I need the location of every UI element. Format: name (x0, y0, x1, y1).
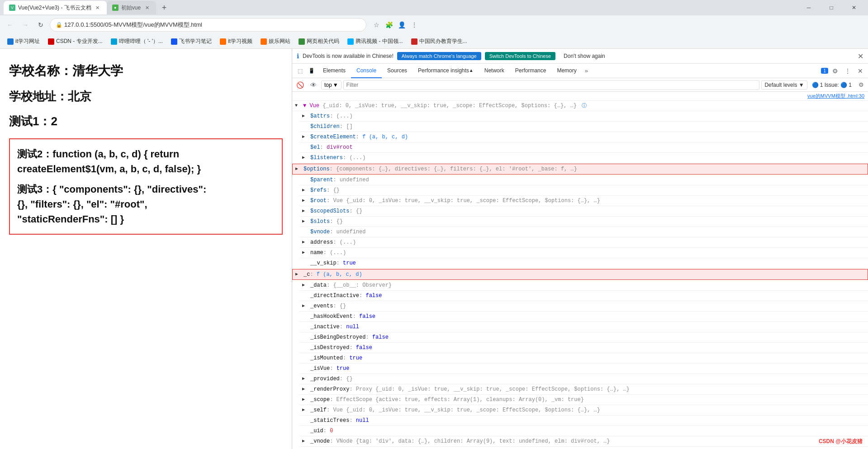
bookmark-label-webpage: 网页相关代码 (307, 38, 339, 45)
tab-initial-vue[interactable]: ● 初始vue ✕ (107, 1, 156, 14)
default-levels-select[interactable]: Default levels ▼ (761, 80, 807, 90)
issue-text: 1 Issue: 🔵 1 (820, 82, 852, 88)
tab-memory[interactable]: Memory (551, 64, 582, 78)
tab-close-vue[interactable]: ✕ (94, 4, 101, 11)
issue-button[interactable]: 🔵 1 Issue: 🔵 1 (809, 81, 854, 89)
bookmark-entertainment[interactable]: 娱乐网站 (257, 37, 294, 46)
expand-arrow-scope[interactable]: ▶ (302, 396, 305, 404)
console-line-data: ▶ _data: {__ob__: Observer} (299, 280, 868, 291)
tab-performance-insights[interactable]: Performance insights ▲ (413, 64, 479, 78)
data-text: _data (310, 282, 327, 288)
bookmark-csdn[interactable]: CSDN - 专业开发... (44, 37, 106, 46)
new-tab-button[interactable]: + (158, 1, 171, 14)
title-bar: V Vue(Vue2+Vue3) - 飞书云文档 ✕ ● 初始vue ✕ + ─… (0, 0, 868, 15)
vnode2-text: _vnode (310, 438, 330, 444)
close-button[interactable]: ✕ (844, 0, 864, 15)
bookmark-star-icon[interactable]: ☆ (371, 19, 382, 30)
tab-vue-docs[interactable]: V Vue(Vue2+Vue3) - 飞书云文档 ✕ (4, 1, 107, 14)
bookmark-icon-it (7, 38, 14, 45)
school-addr-line: 学校地址：北京 (9, 89, 283, 104)
bookmark-tencent[interactable]: 腾讯视频 - 中国领... (344, 37, 407, 46)
profile-icon[interactable]: 👤 (396, 19, 407, 30)
device-mode-btn[interactable]: 📱 (306, 65, 318, 77)
reload-button[interactable]: ↻ (34, 19, 47, 31)
devtools-more-btn[interactable]: ⋮ (842, 65, 854, 77)
expand-arrow-vnode2[interactable]: ▶ (302, 437, 305, 445)
tab-performance[interactable]: Performance (510, 64, 552, 78)
expand-arrow-attrs[interactable]: ▶ (302, 112, 305, 120)
clear-console-btn[interactable]: 🚫 (294, 79, 306, 91)
devtools-tabbar: ⬚ 📱 Elements Console Sources Performance… (292, 64, 868, 78)
expand-arrow-listeners[interactable]: ▶ (302, 154, 305, 162)
switch-devtools-btn[interactable]: Switch DevTools to Chinese (485, 52, 555, 60)
expand-arrow-address[interactable]: ▶ (302, 238, 305, 246)
expand-arrow-slots[interactable]: ▶ (302, 217, 305, 226)
bookmark-webpage-code[interactable]: 网页相关代码 (295, 37, 343, 46)
tab-console[interactable]: Console (351, 64, 382, 78)
expand-arrow-name[interactable]: ▶ (302, 249, 305, 257)
tab-network[interactable]: Network (479, 64, 510, 78)
settings-icon[interactable]: ⋮ (409, 19, 420, 30)
bookmark-feishu[interactable]: 飞书学习笔记 (167, 37, 215, 46)
inspect-element-btn[interactable]: ⬚ (294, 65, 306, 77)
url-bar[interactable]: 🔒 127.0.0.1:5500/05-MVVM模型/vue的MVVM模型.ht… (50, 18, 366, 32)
devtools-settings-btn[interactable]: ⚙ (829, 65, 841, 77)
bookmark-china-edu[interactable]: 中国民办教育学生... (408, 37, 471, 46)
notification-close[interactable]: ✕ (858, 52, 863, 61)
vue-root-text: ▼ Vue (303, 103, 323, 109)
console-line-vskip: __v_skip: true (299, 258, 868, 269)
console-line-watcher: ▶ _watcher: Watcher {vm: Vue, deep: fals… (299, 447, 868, 449)
vue-root-props: {_uid: 0, _isVue: true, __v_skip: true, … (323, 103, 577, 109)
expand-arrow-c[interactable]: ▶ (295, 270, 298, 279)
tab-close-initial[interactable]: ✕ (143, 4, 151, 11)
expand-arrow-options[interactable]: ▶ (295, 165, 298, 173)
hashookevent-text: _hasHookEvent (310, 313, 353, 320)
console-line-isvue: _isVue: true (299, 364, 868, 374)
devtools-panel: ℹ DevTools is now available in Chinese! … (292, 49, 868, 449)
self-text: _self (310, 407, 327, 413)
console-output[interactable]: ▼ ▼ Vue {_uid: 0, _isVue: true, __v_skip… (292, 101, 868, 449)
forward-button[interactable]: → (19, 19, 32, 31)
extension-icon[interactable]: 🧩 (384, 19, 394, 30)
expand-arrow-events[interactable]: ▶ (302, 302, 305, 310)
bookmark-icon-china (411, 38, 417, 45)
always-match-btn[interactable]: Always match Chrome's language (397, 52, 481, 60)
expand-arrow-scopedslots[interactable]: ▶ (302, 207, 305, 215)
context-selector[interactable]: top ▼ (321, 80, 342, 90)
tab-elements[interactable]: Elements (318, 64, 351, 78)
expand-arrow-self[interactable]: ▶ (302, 406, 305, 414)
bookmark-icon-csdn (48, 38, 54, 45)
eye-icon[interactable]: 👁 (308, 79, 319, 91)
directinactive-text: _directInactive (310, 293, 359, 299)
expand-arrow-vue-root[interactable]: ▼ (295, 102, 298, 110)
expand-arrow-renderproxy[interactable]: ▶ (302, 385, 305, 393)
expand-arrow-data[interactable]: ▶ (302, 281, 305, 289)
expand-arrow-root[interactable]: ▶ (302, 197, 305, 205)
devtools-close-btn[interactable]: ✕ (854, 65, 866, 77)
minimize-button[interactable]: ─ (798, 0, 819, 15)
issue-icon: 🔵 (812, 82, 819, 88)
expand-arrow-provided[interactable]: ▶ (302, 375, 305, 383)
bookmark-bilibili[interactable]: 哔哩哔哩（ '- '）... (107, 37, 166, 46)
file-link-text[interactable]: vue的MVVM模型 .html:30 (807, 93, 864, 99)
console-line-statictrees: _staticTrees: null (299, 416, 868, 426)
tab-sources[interactable]: Sources (382, 64, 413, 78)
maximize-button[interactable]: □ (821, 0, 842, 15)
tab-more[interactable]: » (582, 64, 591, 78)
options-text: $options (304, 166, 330, 172)
console-settings-btn[interactable]: ⚙ (856, 80, 866, 90)
back-button[interactable]: ← (4, 19, 16, 31)
console-line-uid: _uid: 0 (299, 426, 868, 436)
vue-info-icon[interactable]: ⓘ (582, 103, 587, 109)
statictrees-text: _staticTrees (310, 417, 349, 424)
expand-arrow-createelement[interactable]: ▶ (302, 133, 305, 141)
dont-show-btn[interactable]: Don't show again (559, 52, 610, 61)
scope-text: _scope (310, 397, 330, 403)
url-text: 127.0.0.1:5500/05-MVVM模型/vue的MVVM模型.html (64, 21, 202, 29)
expand-arrow-refs[interactable]: ▶ (302, 186, 305, 194)
tab-icon-vue: V (9, 5, 15, 11)
bookmark-it-video[interactable]: it学习视频 (216, 37, 256, 46)
createelement-text: $createElement (310, 134, 356, 140)
console-filter-input[interactable] (343, 80, 760, 90)
bookmark-it-learning[interactable]: it学习网址 (4, 37, 43, 46)
